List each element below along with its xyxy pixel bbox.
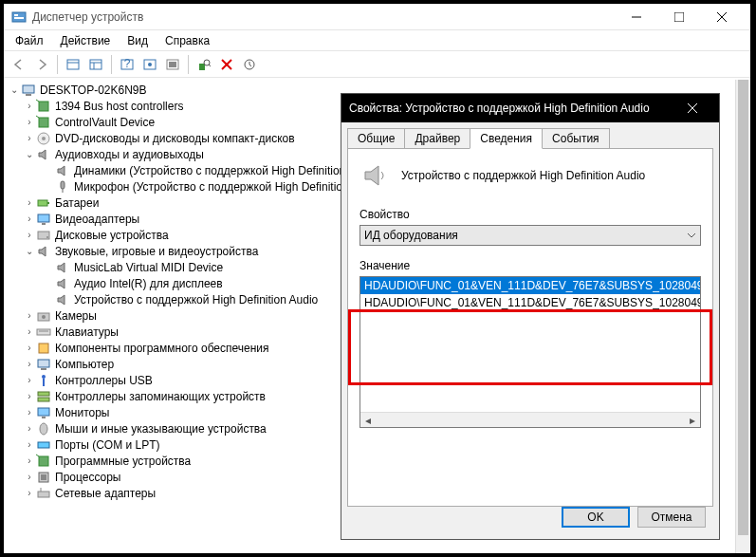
cancel-button[interactable]: Отмена [637, 507, 706, 528]
collapse-icon[interactable]: ⌄ [23, 149, 36, 159]
scrollbar-thumb[interactable] [738, 80, 748, 535]
expand-icon[interactable]: › [23, 423, 36, 434]
help-icon[interactable]: ? [117, 54, 138, 75]
tab-general[interactable]: Общие [347, 128, 405, 148]
svg-rect-54 [38, 442, 49, 448]
window-title: Диспетчер устройств [32, 10, 615, 24]
expand-icon[interactable]: › [23, 101, 36, 111]
expand-icon[interactable]: › [23, 197, 36, 208]
svg-rect-36 [38, 214, 49, 222]
svg-rect-42 [37, 329, 50, 335]
dialog-title: Свойства: Устройство с поддержкой High D… [349, 102, 673, 115]
menu-help[interactable]: Справка [157, 32, 217, 49]
tree-item-label: DVD-дисководы и дисководы компакт-дисков [55, 132, 295, 145]
tree-item-label: Процессоры [55, 471, 121, 484]
tree-item-label: Клавиатуры [55, 325, 119, 339]
expand-icon[interactable]: › [23, 214, 36, 224]
expand-icon[interactable]: › [23, 326, 36, 337]
scan-hardware-icon[interactable] [194, 54, 214, 75]
tree-item-label: Устройство с поддержкой High Definition … [74, 293, 318, 306]
forward-button[interactable] [31, 54, 52, 75]
update-driver-icon[interactable] [239, 54, 260, 75]
collapse-icon[interactable]: ⌄ [23, 246, 36, 256]
maximize-button[interactable] [657, 4, 700, 30]
svg-point-31 [42, 137, 46, 140]
scroll-right-icon[interactable]: ▸ [685, 413, 700, 428]
uninstall-icon[interactable] [216, 54, 237, 75]
svg-rect-35 [47, 202, 49, 204]
tab-details[interactable]: Сведения [470, 128, 543, 149]
close-button[interactable] [700, 4, 743, 30]
svg-rect-9 [90, 60, 101, 69]
tree-item-label: MusicLab Virtual MIDI Device [74, 261, 223, 274]
toolbar-separator [188, 55, 189, 74]
tab-driver[interactable]: Драйвер [404, 128, 470, 148]
expand-icon[interactable]: › [23, 310, 36, 321]
tree-item-label: Мыши и иные указывающие устройства [55, 422, 267, 436]
port-icon [36, 437, 51, 453]
speaker-icon [55, 163, 70, 178]
expand-icon[interactable]: › [23, 472, 36, 482]
dialog-close-button[interactable] [673, 95, 711, 121]
tree-item-label: Контроллеры запоминающих устройств [55, 390, 266, 403]
back-button[interactable] [9, 54, 29, 75]
svg-rect-51 [38, 408, 49, 416]
tree-item-label: Сетевые адаптеры [55, 487, 156, 500]
mic-icon [55, 179, 70, 195]
property-section-label: Свойство [360, 208, 701, 221]
expand-icon[interactable]: › [23, 117, 36, 127]
svg-line-29 [36, 116, 39, 118]
tool-icon-4[interactable] [162, 54, 183, 75]
tree-item-label: Батареи [55, 196, 99, 210]
menu-action[interactable]: Действие [53, 32, 119, 49]
display-icon [36, 212, 51, 227]
expand-icon[interactable]: ⌄ [8, 84, 21, 95]
expand-icon[interactable]: › [23, 359, 36, 369]
svg-rect-28 [39, 118, 48, 127]
network-icon [36, 486, 51, 501]
horizontal-scrollbar[interactable]: ◂ ▸ [360, 412, 700, 427]
minimize-button[interactable] [615, 4, 657, 30]
storage-icon [36, 389, 51, 404]
chip-icon [36, 99, 51, 114]
expand-icon[interactable]: › [23, 133, 36, 143]
expand-icon[interactable]: › [23, 391, 36, 401]
expand-icon[interactable]: › [23, 230, 36, 240]
toolbar-separator [111, 55, 112, 74]
list-item[interactable]: HDAUDIO\FUNC_01&VEN_111D&DEV_76E7&SUBSYS… [360, 277, 700, 294]
svg-rect-17 [169, 62, 176, 67]
svg-rect-59 [38, 492, 49, 497]
property-combobox[interactable]: ИД оборудования [360, 225, 701, 246]
ok-button[interactable]: OK [562, 507, 630, 528]
software-icon [36, 341, 51, 356]
speaker-icon [55, 276, 70, 291]
value-section-label: Значение [360, 259, 701, 272]
list-item[interactable]: HDAUDIO\FUNC_01&VEN_111D&DEV_76E7&SUBSYS… [360, 294, 700, 311]
expand-icon[interactable]: › [23, 439, 36, 450]
menu-file[interactable]: Файл [8, 32, 51, 49]
expand-icon[interactable]: › [23, 455, 36, 466]
main-titlebar: Диспетчер устройств [4, 4, 750, 30]
tool-icon-1[interactable] [63, 54, 83, 75]
mouse-icon [36, 421, 51, 436]
tool-icon-2[interactable] [85, 54, 106, 75]
svg-rect-25 [26, 94, 31, 96]
svg-rect-52 [42, 417, 46, 418]
expand-icon[interactable]: › [23, 375, 36, 385]
value-listbox[interactable]: HDAUDIO\FUNC_01&VEN_111D&DEV_76E7&SUBSYS… [360, 276, 701, 428]
tree-item-label: Компоненты программного обеспечения [55, 342, 269, 355]
tree-item-label: Камеры [55, 309, 97, 323]
expand-icon[interactable]: › [23, 488, 36, 498]
scroll-left-icon[interactable]: ◂ [360, 413, 376, 428]
tool-icon-3[interactable] [139, 54, 160, 75]
tab-events[interactable]: События [542, 128, 610, 148]
expand-icon[interactable]: › [23, 343, 36, 353]
tree-item-label: Аудиовходы и аудиовыходы [55, 148, 204, 161]
vertical-scrollbar[interactable] [735, 80, 750, 553]
menu-view[interactable]: Вид [120, 32, 156, 49]
chip-icon [36, 115, 51, 130]
expand-icon[interactable]: › [23, 407, 36, 418]
svg-point-41 [42, 315, 46, 319]
toolbar-separator [57, 55, 58, 74]
svg-rect-7 [67, 60, 79, 69]
